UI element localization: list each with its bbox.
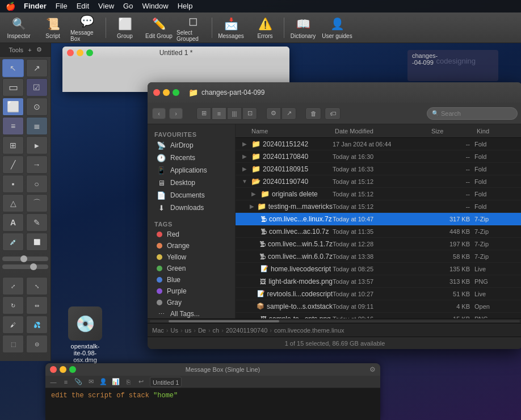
tool-line[interactable]: ╱ bbox=[2, 156, 24, 174]
table-row[interactable]: 🗜 com.livec...e.linux.7z Today at 10:47 … bbox=[236, 213, 521, 225]
menubar-view[interactable]: View bbox=[94, 0, 119, 12]
tools-gear-icon[interactable]: ⚙ bbox=[36, 46, 42, 53]
path-us[interactable]: Us bbox=[170, 327, 178, 334]
table-row[interactable]: 🗜 com.livec...ac.10.7z Today at 11:35 44… bbox=[236, 225, 521, 238]
table-row[interactable]: 📝 home.livecodescript Today at 08:25 135… bbox=[236, 263, 521, 275]
tool-player[interactable]: ▶ bbox=[26, 136, 48, 154]
view-list[interactable]: ≡ bbox=[212, 107, 226, 120]
table-row[interactable]: ▼ 📂 202401190740 Today at 15:12 -- Fold bbox=[236, 175, 521, 188]
msgbox-undo-btn[interactable]: ↩ bbox=[135, 377, 146, 387]
tool-rounded-rect[interactable]: ▭ bbox=[2, 78, 24, 96]
action-button[interactable]: ⚙ bbox=[266, 107, 281, 120]
path-ch[interactable]: ch bbox=[213, 327, 220, 334]
desktop-icon-openxtalk[interactable]: 💿 openxtalk- ite-0.98-osx.dmg bbox=[62, 306, 108, 363]
finder-close-button[interactable] bbox=[153, 89, 160, 96]
toolbar-script[interactable]: 📜 Script bbox=[36, 14, 69, 42]
toolbar-messages[interactable]: 📩 Messages bbox=[215, 14, 247, 42]
toolbar-edit-group[interactable]: ✏️ Edit Group bbox=[142, 14, 175, 42]
slider-1[interactable] bbox=[2, 257, 48, 261]
tool-paint[interactable]: 🖌 bbox=[2, 316, 24, 334]
toolbar-errors[interactable]: ⚠️ Errors bbox=[249, 14, 281, 42]
sidebar-tag-blue[interactable]: Blue bbox=[150, 274, 233, 285]
toolbar-inspector[interactable]: 🔍 Inspector bbox=[2, 14, 35, 42]
minimize-button[interactable] bbox=[77, 49, 83, 56]
msgbox-zoom[interactable] bbox=[69, 366, 76, 373]
tool-radio[interactable]: ⊙ bbox=[26, 98, 48, 116]
path-file[interactable]: com.livecode.theme.linux bbox=[274, 327, 344, 334]
search-box[interactable]: 🔍 Search bbox=[427, 107, 518, 120]
path-us2[interactable]: us bbox=[185, 327, 192, 334]
table-row[interactable]: ▶ 📁 originals delete Today at 15:12 -- F… bbox=[236, 188, 521, 200]
path-de[interactable]: De bbox=[198, 327, 206, 334]
msgbox-contact-btn[interactable]: 👤 bbox=[98, 377, 109, 387]
view-gallery[interactable]: ⊡ bbox=[242, 107, 257, 120]
sidebar-tag-purple[interactable]: Purple bbox=[150, 285, 233, 297]
toolbar-select-grouped[interactable]: ◻ Select Grouped bbox=[177, 14, 209, 42]
toolbar-message-box[interactable]: 💬 Message Box bbox=[70, 14, 103, 42]
msgbox-copy-btn[interactable]: ⎘ bbox=[123, 377, 134, 387]
tool-resize[interactable]: ⤡ bbox=[26, 277, 48, 295]
msgbox-minimize[interactable] bbox=[60, 366, 66, 373]
close-button[interactable] bbox=[67, 49, 74, 56]
menubar-go[interactable]: Go bbox=[119, 0, 137, 12]
tool-rect-shape[interactable]: ▪ bbox=[2, 175, 24, 193]
sidebar-item-downloads[interactable]: ⬇ Downloads bbox=[150, 201, 233, 214]
sidebar-tag-green[interactable]: Green bbox=[150, 263, 233, 274]
sidebar-item-documents[interactable]: 📄 Documents bbox=[150, 189, 233, 201]
msgbox-attach-btn[interactable]: 📎 bbox=[73, 377, 84, 387]
toolbar-group[interactable]: ⬜ Group bbox=[108, 14, 141, 42]
sidebar-item-recents[interactable]: 🕐 Recents bbox=[150, 152, 233, 164]
table-row[interactable]: 🗜 com.livec...win.5.1.7z Today at 12:28 … bbox=[236, 238, 521, 250]
menubar-edit[interactable]: Edit bbox=[72, 0, 94, 12]
tool-arrow[interactable]: → bbox=[26, 156, 48, 174]
sidebar-item-applications[interactable]: 📱 Applications bbox=[150, 164, 233, 177]
tool-browse[interactable]: ↗ bbox=[26, 59, 48, 77]
menubar-file[interactable]: File bbox=[51, 0, 72, 12]
delete-button[interactable]: 🗑 bbox=[305, 107, 321, 120]
menubar-finder[interactable]: Finder bbox=[19, 0, 51, 12]
tool-drag[interactable]: ⤢ bbox=[2, 277, 24, 295]
msgbox-tab-label[interactable]: Untitled 1 bbox=[150, 377, 182, 387]
finder-minimize-button[interactable] bbox=[163, 89, 170, 96]
forward-button[interactable]: › bbox=[169, 108, 183, 119]
menubar-help[interactable]: Help bbox=[173, 0, 198, 12]
col-kind-header[interactable]: Kind bbox=[477, 128, 521, 135]
table-row[interactable]: ▶ 📁 202401170840 Today at 16:30 -- Fold bbox=[236, 150, 521, 163]
tool-eraser[interactable]: ⬜ bbox=[26, 233, 48, 251]
tool-lasso[interactable]: ⊝ bbox=[26, 335, 48, 353]
toolbar-dictionary[interactable]: 📖 Dictionary bbox=[287, 14, 320, 42]
path-mac[interactable]: Mac bbox=[152, 327, 164, 334]
msgbox-content[interactable]: edit the script of stack "home" bbox=[45, 388, 380, 420]
tool-button[interactable]: ⬜ bbox=[2, 98, 24, 116]
zoom-button[interactable] bbox=[86, 49, 93, 56]
sidebar-item-airdrop[interactable]: 📡 AirDrop bbox=[150, 139, 233, 152]
tool-image[interactable]: ⊞ bbox=[2, 136, 24, 154]
sidebar-tag-gray[interactable]: Gray bbox=[150, 297, 233, 308]
finder-zoom-button[interactable] bbox=[173, 89, 179, 96]
table-row[interactable]: 📦 sample-to...s.oxtstack Today at 09:11 … bbox=[236, 300, 521, 313]
msgbox-list-btn[interactable]: ≡ bbox=[60, 377, 72, 387]
table-row[interactable]: ▶ 📁 testing-m...mavericks Today at 15:12… bbox=[236, 200, 521, 213]
col-name-header[interactable]: Name bbox=[236, 128, 335, 135]
tool-pointer[interactable]: ↖ bbox=[2, 59, 24, 77]
tool-flip[interactable]: ⇔ bbox=[26, 296, 48, 314]
tool-poly[interactable]: △ bbox=[2, 194, 24, 212]
msgbox-mail-btn[interactable]: ✉ bbox=[85, 377, 96, 387]
table-row[interactable]: ▶ 📁 202401151242 17 Jan 2024 at 06:44 --… bbox=[236, 138, 521, 150]
tool-oval[interactable]: ○ bbox=[26, 175, 48, 193]
table-row[interactable]: 📝 revtools.li...codescript Today at 10:2… bbox=[236, 288, 521, 300]
tool-field-scrollbar[interactable]: ≡ bbox=[2, 117, 24, 135]
table-row[interactable]: 🖼 sample-to...ents.png Today at 09:16 15… bbox=[236, 313, 521, 318]
path-folder[interactable]: 202401190740 bbox=[226, 327, 267, 334]
sidebar-tag-red[interactable]: Red bbox=[150, 229, 233, 240]
view-icon[interactable]: ⊞ bbox=[196, 107, 211, 120]
apple-menu[interactable]: 🍎 bbox=[5, 2, 16, 11]
tools-add-icon[interactable]: + bbox=[28, 47, 31, 53]
horizontal-scrollbar[interactable] bbox=[148, 318, 521, 323]
tool-rotate[interactable]: ↻ bbox=[2, 296, 24, 314]
msgbox-close[interactable] bbox=[50, 366, 57, 373]
tool-spray[interactable]: 💦 bbox=[26, 316, 48, 334]
back-button[interactable]: ‹ bbox=[152, 108, 166, 119]
sidebar-tag-yellow[interactable]: Yellow bbox=[150, 251, 233, 263]
view-column[interactable]: ||| bbox=[227, 107, 242, 120]
